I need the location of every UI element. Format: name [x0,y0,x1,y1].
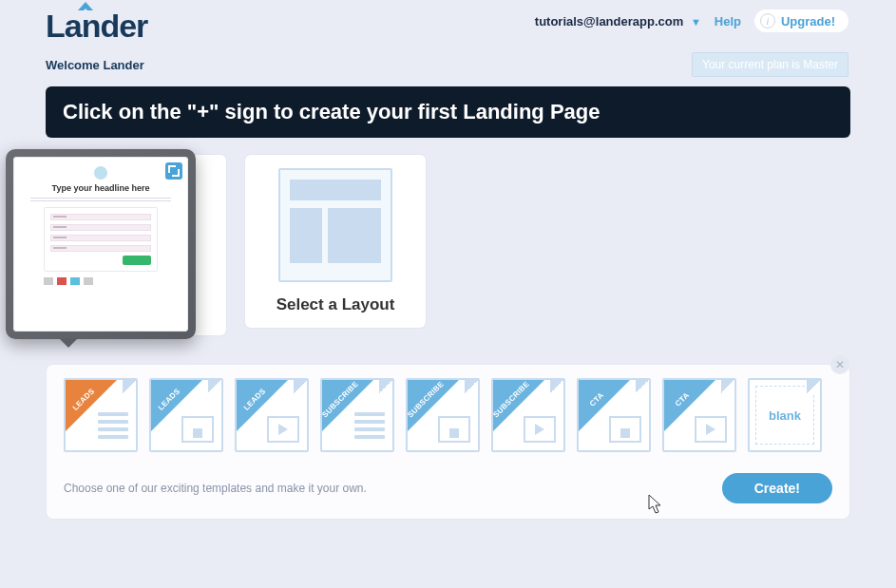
form-icon [354,412,385,443]
play-icon [695,416,727,443]
image-icon [438,416,470,443]
brand-logo[interactable]: Lander [46,8,147,45]
preview-submit-button [123,256,151,265]
template-preview: Type your headline here [13,157,188,332]
upgrade-button[interactable]: i Upgrade! [754,9,848,32]
preview-logo-icon [94,166,107,180]
preview-headline: Type your headline here [25,183,177,193]
form-icon [98,412,128,443]
image-icon [181,416,214,443]
brand-logo-text: Lander [46,8,147,44]
template-tile-leads-img[interactable]: LEADS [149,378,223,452]
templates-hint: Choose one of our exciting templates and… [64,482,367,495]
select-layout-title: Select a Layout [262,295,409,314]
stage-area: Type your headline here Select a Layout [46,155,850,364]
preview-field [50,235,151,241]
template-tile-cta-img[interactable]: CTA [577,378,651,452]
select-layout-card[interactable]: Select a Layout [245,155,426,328]
preview-field [50,224,151,231]
templates-panel: ✕ LEADSLEADSLEADSSUBSCRIBESUBSCRIBESUBSC… [46,364,850,520]
account-email-text: tutorials@landerapp.com [535,14,683,28]
layout-wireframe-icon [278,168,392,282]
template-tile-leads-form[interactable]: LEADS [64,378,138,452]
create-button[interactable]: Create! [722,473,832,503]
plan-badge: Your current plan is Master [692,52,848,77]
preview-field [50,245,151,252]
close-icon[interactable]: ✕ [830,355,849,374]
templates-row: LEADSLEADSLEADSSUBSCRIBESUBSCRIBESUBSCRI… [64,378,832,452]
preview-social-icons [44,277,158,285]
template-preview-popover: Type your headline here [6,149,196,339]
preview-field [50,214,151,220]
chevron-down-icon: ▼ [691,16,701,28]
template-tile-subscribe-img[interactable]: SUBSCRIBE [406,378,480,452]
template-tile-blank[interactable]: blank [748,378,822,452]
template-tile-leads-play[interactable]: LEADS [235,378,309,452]
play-icon [267,416,299,443]
preview-description-placeholder [30,196,171,201]
image-icon [609,416,641,443]
upgrade-label: Upgrade! [781,14,835,28]
template-tile-cta-play[interactable]: CTA [662,378,736,452]
preview-form [44,207,158,272]
expand-icon[interactable] [165,162,182,180]
hero-instruction: Click on the "+" sign to create your fir… [46,86,850,138]
info-icon: i [760,13,775,28]
template-tile-subscribe-form[interactable]: SUBSCRIBE [320,378,394,452]
template-tile-subscribe-play[interactable]: SUBSCRIBE [491,378,565,452]
logo-caret-icon [78,2,93,10]
account-email[interactable]: tutorials@landerapp.com ▼ [535,14,701,28]
play-icon [524,416,556,443]
welcome-text: Welcome Lander [46,58,144,72]
help-link[interactable]: Help [715,14,741,28]
